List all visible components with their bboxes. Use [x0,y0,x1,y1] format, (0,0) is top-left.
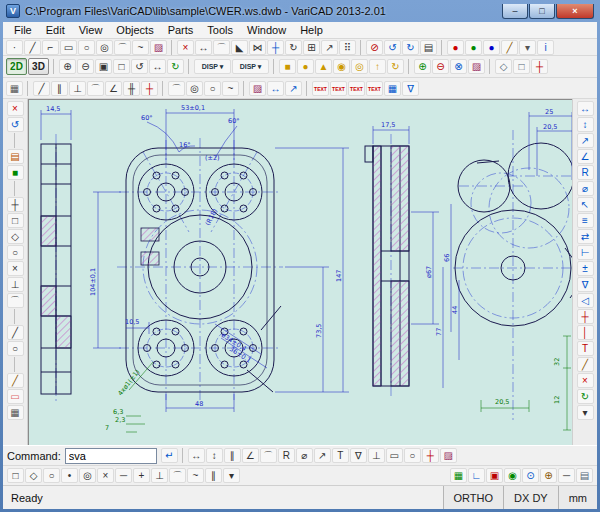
array-icon[interactable]: ⠿ [339,40,356,55]
osnap-quadrant-icon[interactable]: ◎ [79,468,96,483]
line-segment-icon[interactable]: ╱ [33,81,50,96]
osnap-node-icon[interactable]: • [61,468,78,483]
tangent-line-icon[interactable]: ⌒ [87,81,104,96]
circle-concentric-icon[interactable]: ◎ [96,40,113,55]
section-view-icon[interactable]: ▨ [468,59,485,74]
mode-2d-button[interactable]: 2D [6,58,27,75]
point-icon[interactable]: · [6,40,23,55]
cdim-leader-icon[interactable]: ↗ [314,448,331,463]
cad-drawing[interactable]: 14,560°53±0,160°16°(±2)(R18)104±0,114773… [29,100,573,446]
osnap-perpendicular-icon[interactable]: ⊥ [151,468,168,483]
solid-box-icon[interactable]: ■ [279,59,296,74]
rectangle-icon[interactable]: ▭ [60,40,77,55]
text-create-icon[interactable]: TEXT [312,81,329,96]
osnap-intersection-icon[interactable]: × [97,468,114,483]
menu-tools[interactable]: Tools [200,23,240,37]
view-front-icon[interactable]: □ [513,59,530,74]
dim-diameter-icon[interactable]: ⌀ [577,181,594,196]
menu-help[interactable]: Help [293,23,330,37]
osnap-tangent-icon[interactable]: ⌒ [169,468,186,483]
scale-icon[interactable]: ↗ [321,40,338,55]
edit-dimension-icon[interactable]: ╱ [577,357,594,372]
snap-intersection-icon[interactable]: × [7,261,24,276]
axes-icon[interactable]: ┼ [531,59,548,74]
cdim-horizontal-icon[interactable]: ↔ [188,448,205,463]
dim-radius-icon[interactable]: R [577,165,594,180]
color-green-icon[interactable]: ● [465,40,482,55]
circle-icon[interactable]: ○ [78,40,95,55]
zoom-window-icon[interactable]: ▣ [95,59,112,74]
tool-line-icon[interactable]: ╱ [7,325,24,340]
attributes-icon[interactable]: ▾ [519,40,536,55]
snap-tangent-icon[interactable]: ⌒ [7,293,24,308]
minimize-button[interactable]: – [502,4,528,19]
leader-icon[interactable]: ↗ [285,81,302,96]
solid-cone-icon[interactable]: ▲ [315,59,332,74]
otrack-toggle-icon[interactable]: ⊕ [540,468,557,483]
dim-vertical-icon[interactable]: ↕ [577,117,594,132]
print-icon[interactable]: ▦ [6,81,23,96]
osnap-parallel-icon[interactable]: ∥ [205,468,222,483]
solid-sphere-icon[interactable]: ◉ [333,59,350,74]
status-dxdy[interactable]: DX DY [503,486,558,509]
dim-settings-icon[interactable]: ▾ [577,405,594,420]
cdim-balloon-icon[interactable]: ○ [404,448,421,463]
pen-style-icon[interactable]: ╱ [501,40,518,55]
rotate-icon[interactable]: ↻ [285,40,302,55]
command-input[interactable] [65,448,157,464]
view-iso-icon[interactable]: ◇ [495,59,512,74]
undo-step-icon[interactable]: ↺ [7,117,24,132]
cdim-hatch-icon[interactable]: ▨ [440,448,457,463]
hatch-area-icon[interactable]: ▨ [249,81,266,96]
text-note-icon[interactable]: T [577,341,594,356]
axis-cross-icon[interactable]: ┼ [141,81,158,96]
boolean-subtract-icon[interactable]: ⊖ [432,59,449,74]
snap-midpoint-icon[interactable]: ◇ [7,229,24,244]
menu-parts[interactable]: Parts [161,23,201,37]
osnap-midpoint-icon[interactable]: ◇ [25,468,42,483]
grid-toggle-icon[interactable]: ▦ [450,468,467,483]
lineweight-toggle-icon[interactable]: ─ [558,468,575,483]
menu-view[interactable]: View [72,23,110,37]
arc-3pt-icon[interactable]: ⌒ [168,81,185,96]
dim-chain-icon[interactable]: ⇄ [577,229,594,244]
chamfer-icon[interactable]: ◣ [231,40,248,55]
cdim-axis-icon[interactable]: ┼ [422,448,439,463]
fillet-icon[interactable]: ⌒ [213,40,230,55]
color-red-icon[interactable]: ● [447,40,464,55]
layer-colors-icon[interactable]: ▤ [7,149,24,164]
dim-ordinate-icon[interactable]: ⊢ [577,245,594,260]
zoom-in-icon[interactable]: ⊕ [59,59,76,74]
table-icon[interactable]: ▦ [384,81,401,96]
snap-center-icon[interactable]: ○ [7,245,24,260]
text-attributes-icon[interactable]: TEXT [366,81,383,96]
menu-file[interactable]: File [7,23,39,37]
line-icon[interactable]: ╱ [24,40,41,55]
cdim-vertical-icon[interactable]: ↕ [206,448,223,463]
units-toggle-icon[interactable]: ▤ [576,468,593,483]
hatch-icon[interactable]: ▨ [150,40,167,55]
osnap-center-icon[interactable]: ○ [43,468,60,483]
osnap-insertion-icon[interactable]: + [133,468,150,483]
boolean-union-icon[interactable]: ⊕ [414,59,431,74]
curve-icon[interactable]: ~ [132,40,149,55]
mirror-icon[interactable]: ⋈ [249,40,266,55]
delete-icon[interactable]: × [7,101,24,116]
maximize-button[interactable]: □ [529,4,555,19]
pan-icon[interactable]: ↔ [149,59,166,74]
menu-objects[interactable]: Objects [109,23,160,37]
cdim-frame-icon[interactable]: ▭ [386,448,403,463]
ellipse-icon[interactable]: ○ [204,81,221,96]
tolerance-icon[interactable]: ± [577,261,594,276]
center-mark-icon[interactable]: ┼ [577,309,594,324]
circle-tangent-icon[interactable]: ◎ [186,81,203,96]
zoom-previous-icon[interactable]: ↺ [131,59,148,74]
dim-leader-icon[interactable]: ↖ [577,197,594,212]
menu-edit[interactable]: Edit [39,23,72,37]
polyline-icon[interactable]: ⌐ [42,40,59,55]
solid-torus-icon[interactable]: ◎ [351,59,368,74]
color-blue-icon[interactable]: ● [483,40,500,55]
snap-grid-icon[interactable]: ┼ [7,197,24,212]
cdim-text-icon[interactable]: T [332,448,349,463]
close-button[interactable]: × [556,4,594,19]
